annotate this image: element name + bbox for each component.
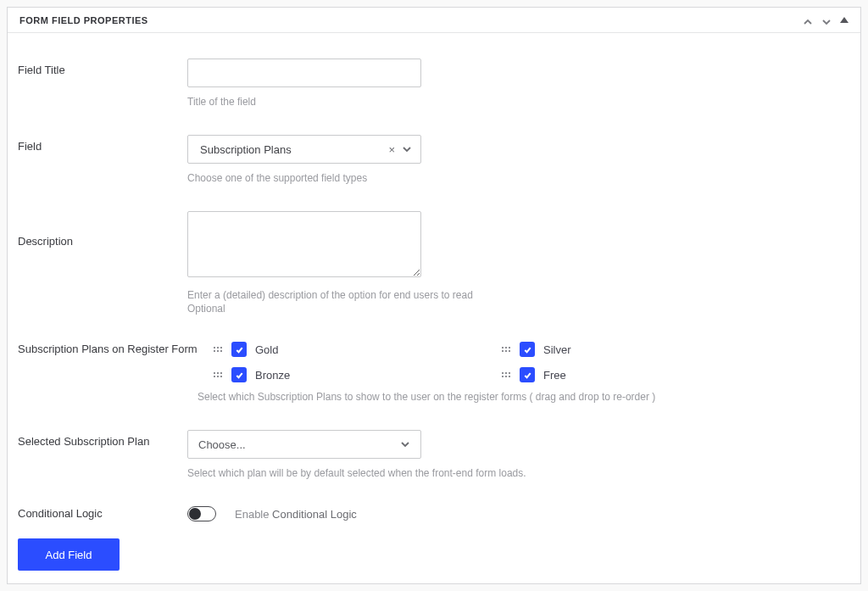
description-label: Description (18, 211, 187, 315)
plan-item-gold: Gold (213, 342, 501, 357)
plan-label: Free (543, 369, 566, 382)
field-type-row: Field Subscription Plans × Choose one of… (18, 135, 850, 184)
conditional-logic-row: Conditional Logic Enable Conditional Log… (18, 506, 850, 521)
conditional-logic-label: Conditional Logic (18, 506, 187, 521)
plans-label: Subscription Plans on Register Form (18, 342, 213, 403)
conditional-logic-toggle-label: Enable Conditional Logic (235, 508, 357, 521)
panel-body: Field Title Title of the field Field Sub… (8, 33, 860, 583)
plan-label: Gold (255, 343, 278, 356)
selected-plan-dropdown[interactable]: Choose... (187, 430, 421, 459)
drag-handle-icon[interactable] (501, 370, 511, 380)
plan-label: Bronze (255, 369, 290, 382)
selected-plan-placeholder: Choose... (198, 438, 246, 451)
plan-checkbox-bronze[interactable] (231, 367, 247, 382)
plans-helper: Select which Subscription Plans to show … (198, 391, 850, 403)
drag-handle-icon[interactable] (501, 344, 511, 354)
drag-handle-icon[interactable] (213, 344, 223, 354)
field-title-row: Field Title Title of the field (18, 59, 850, 108)
plan-checkbox-gold[interactable] (231, 342, 247, 357)
field-type-helper: Choose one of the supported field types (187, 172, 850, 184)
field-type-label: Field (18, 135, 187, 184)
selected-plan-row: Selected Subscription Plan Choose... Sel… (18, 430, 850, 479)
panel-title: FORM FIELD PROPERTIES (19, 15, 148, 25)
field-type-selected-value: Subscription Plans (200, 143, 292, 156)
field-title-input[interactable] (187, 59, 421, 87)
field-type-select[interactable]: Subscription Plans × (187, 135, 421, 164)
field-title-label: Field Title (18, 59, 187, 108)
toggle-label-em: Conditional Logic (272, 508, 357, 521)
move-down-icon[interactable] (821, 15, 832, 25)
form-field-properties-panel: FORM FIELD PROPERTIES Field Title Title … (7, 7, 861, 584)
chevron-down-icon (400, 439, 410, 449)
panel-header-controls (803, 15, 849, 25)
panel-header: FORM FIELD PROPERTIES (8, 8, 860, 33)
toggle-label-prefix: Enable (235, 508, 272, 521)
description-row: Description Enter a (detailed) descripti… (18, 211, 850, 315)
toggle-knob (189, 508, 201, 520)
description-helper-1: Enter a (detailed) description of the op… (187, 289, 850, 301)
plan-checkbox-free[interactable] (520, 367, 535, 382)
clear-icon[interactable]: × (388, 144, 395, 155)
selected-plan-helper: Select which plan will be by default sel… (187, 467, 850, 479)
plan-item-silver: Silver (501, 342, 789, 357)
plan-label: Silver (543, 343, 571, 356)
plans-row: Subscription Plans on Register Form Gold… (18, 342, 850, 403)
plan-item-bronze: Bronze (213, 367, 501, 382)
collapse-icon[interactable] (840, 17, 849, 23)
plan-item-free: Free (501, 367, 789, 382)
chevron-down-icon (402, 144, 412, 154)
selected-plan-label: Selected Subscription Plan (18, 430, 187, 479)
description-helper-2: Optional (187, 303, 850, 315)
drag-handle-icon[interactable] (213, 370, 223, 380)
move-up-icon[interactable] (803, 15, 813, 25)
field-title-helper: Title of the field (187, 96, 850, 108)
conditional-logic-toggle[interactable] (187, 506, 216, 521)
plans-grid: Gold Silver Bronze F (213, 342, 850, 382)
add-field-button[interactable]: Add Field (18, 538, 120, 571)
description-textarea[interactable] (187, 211, 421, 277)
plan-checkbox-silver[interactable] (520, 342, 535, 357)
